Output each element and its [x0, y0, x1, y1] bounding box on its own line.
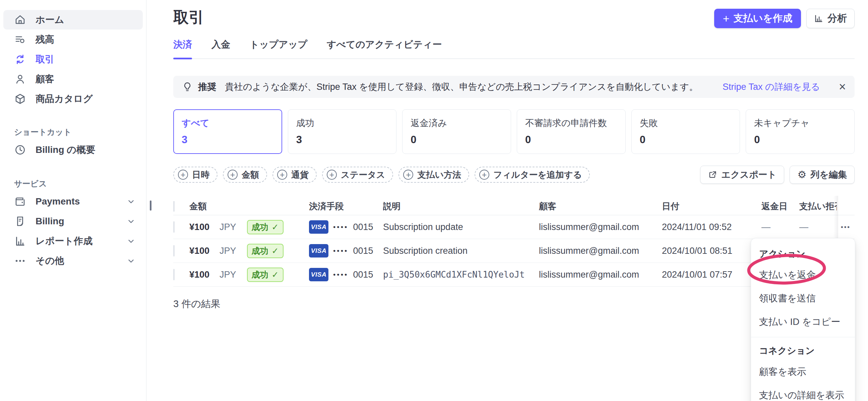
sidebar-item-transactions[interactable]: 取引 — [3, 50, 143, 69]
column-header-decline-reason[interactable]: 支払い拒否の — [799, 201, 837, 212]
menu-item-refund-payment[interactable]: 支払いを返金 — [751, 263, 855, 287]
filter-status[interactable]: + ステータス — [322, 167, 393, 183]
payment-date: 2024/11/01 09:52 — [662, 222, 762, 233]
card-value: 3 — [182, 134, 274, 146]
sidebar-item-label: ホーム — [35, 13, 64, 26]
card-value: 0 — [410, 134, 503, 146]
chevron-down-icon[interactable] — [127, 237, 135, 245]
payment-date: 2024/10/01 07:57 — [662, 270, 762, 280]
circled-plus-icon: + — [227, 169, 238, 180]
filter-label: フィルターを追加する — [493, 169, 582, 181]
chevron-down-icon[interactable] — [127, 217, 135, 226]
filter-add[interactable]: + フィルターを追加する — [474, 167, 590, 183]
plus-icon: + — [723, 13, 730, 24]
tab-topups[interactable]: トップアップ — [250, 38, 307, 58]
sidebar-item-customers[interactable]: 顧客 — [3, 69, 143, 89]
card-all[interactable]: すべて 3 — [173, 109, 282, 154]
column-header-refund-date[interactable]: 返金日 — [762, 201, 799, 212]
sidebar-item-label: 残高 — [35, 33, 54, 46]
status-label: 成功 — [252, 269, 269, 280]
card-succeeded[interactable]: 成功 3 — [288, 109, 397, 154]
gear-icon: ⚙ — [797, 169, 806, 180]
sidebar-item-home[interactable]: ホーム — [3, 10, 143, 30]
sidebar-item-billing[interactable]: Billing — [3, 212, 143, 231]
card-value: 0 — [525, 134, 617, 146]
sidebar-item-billing-overview[interactable]: Billing の概要 — [3, 140, 143, 160]
circled-plus-icon: + — [403, 169, 413, 180]
analyze-button[interactable]: 分析 — [806, 9, 855, 28]
create-payment-label: 支払いを作成 — [734, 12, 792, 25]
row-context-menu: アクション 支払いを返金 領収書を送信 支払い ID をコピー コネクション 顧… — [751, 238, 855, 401]
chevron-down-icon[interactable] — [127, 197, 135, 206]
sidebar-item-label: Payments — [35, 196, 117, 207]
column-header-description[interactable]: 説明 — [383, 201, 539, 212]
card-value: 0 — [754, 134, 846, 146]
filter-currency[interactable]: + 通貨 — [273, 167, 317, 183]
card-label: 失敗 — [640, 117, 732, 129]
menu-item-send-receipt[interactable]: 領収書を送信 — [751, 287, 855, 310]
column-header-amount[interactable]: 金額 — [189, 201, 309, 212]
sidebar-item-label: 商品カタログ — [35, 93, 93, 105]
chevron-down-icon[interactable] — [127, 256, 135, 265]
filter-date[interactable]: + 日時 — [173, 167, 217, 183]
sidebar-item-label: Billing — [35, 216, 117, 227]
sidebar-item-more[interactable]: その他 — [3, 251, 143, 271]
currency: JPY — [219, 222, 236, 233]
row-checkbox[interactable] — [173, 269, 175, 280]
row-checkbox[interactable] — [173, 245, 175, 256]
amount: ¥100 — [189, 222, 210, 233]
table-row[interactable]: ¥100 JPY 成功 ✓ VISA •••• 0015 Subscriptio… — [173, 215, 855, 239]
filter-payment-method[interactable]: + 支払い方法 — [399, 167, 469, 183]
status-label: 成功 — [252, 245, 269, 256]
tab-payouts[interactable]: 入金 — [212, 38, 230, 58]
tab-all-activity[interactable]: すべてのアクティビティー — [327, 38, 442, 58]
menu-item-view-customer[interactable]: 顧客を表示 — [751, 360, 855, 383]
row-actions-button[interactable]: ••• — [837, 223, 855, 231]
currency: JPY — [219, 246, 236, 256]
card-last4: 0015 — [353, 222, 373, 233]
filter-amount[interactable]: + 金額 — [223, 167, 267, 183]
edit-columns-button[interactable]: ⚙ 列を編集 — [789, 166, 855, 184]
sidebar-item-label: Billing の概要 — [35, 144, 95, 156]
sidebar: ホーム 残高 取引 顧客 商品カタログ ショートカット Billing の概要 … — [0, 0, 147, 401]
menu-item-view-payment-details[interactable]: 支払いの詳細を表示 — [751, 383, 855, 401]
column-header-date[interactable]: 日付 — [662, 201, 762, 212]
circled-plus-icon: + — [479, 169, 489, 180]
menu-section-actions: アクション — [751, 244, 855, 263]
transactions-icon — [14, 53, 26, 65]
lightbulb-icon — [182, 82, 193, 92]
create-payment-button[interactable]: + 支払いを作成 — [714, 9, 801, 28]
column-header-method[interactable]: 決済手段 — [309, 201, 383, 212]
sidebar-item-label: レポート作成 — [35, 235, 117, 247]
status-badge: 成功 ✓ — [247, 268, 283, 282]
circled-plus-icon: + — [277, 169, 287, 180]
card-disputed[interactable]: 不審請求の申請件数 0 — [517, 109, 626, 154]
export-button[interactable]: エクスポート — [700, 166, 784, 184]
filter-row: + 日時 + 金額 + 通貨 + ステータス + 支払い方法 + フィルターを追… — [173, 166, 855, 184]
stripe-tax-banner: 推奨 貴社のような企業が、Stripe Tax を使用して登録、徴収、申告などの… — [173, 76, 855, 98]
description: pi_3Q50x6GMCd1XFcNl1QYeloJt — [383, 270, 539, 280]
card-refunded[interactable]: 返金済み 0 — [402, 109, 511, 154]
stripe-tax-link[interactable]: Stripe Tax の詳細を見る — [722, 81, 820, 93]
analyze-label: 分析 — [828, 12, 847, 25]
column-header-customer[interactable]: 顧客 — [539, 201, 662, 212]
select-all-checkbox[interactable] — [173, 201, 175, 212]
menu-item-copy-payment-id[interactable]: 支払い ID をコピー — [751, 310, 855, 334]
wallet-icon — [14, 195, 26, 208]
customer-email: lislissummer@gmail.com — [539, 246, 662, 256]
card-label: すべて — [182, 117, 274, 129]
menu-section-connections: コネクション — [751, 341, 855, 360]
sidebar-item-payments[interactable]: Payments — [3, 192, 143, 211]
caret-artifact — [150, 201, 152, 211]
circled-plus-icon: + — [178, 169, 188, 180]
sidebar-item-balance[interactable]: 残高 — [3, 30, 143, 49]
close-icon[interactable]: × — [839, 81, 846, 93]
sidebar-item-reports[interactable]: レポート作成 — [3, 232, 143, 251]
tab-payments[interactable]: 決済 — [173, 38, 192, 58]
export-label: エクスポート — [721, 168, 776, 181]
card-failed[interactable]: 失敗 0 — [631, 109, 740, 154]
card-uncaptured[interactable]: 未キャプチャ 0 — [746, 109, 855, 154]
row-checkbox[interactable] — [173, 221, 175, 233]
sidebar-item-product-catalog[interactable]: 商品カタログ — [3, 89, 143, 109]
visa-icon: VISA — [309, 220, 329, 234]
